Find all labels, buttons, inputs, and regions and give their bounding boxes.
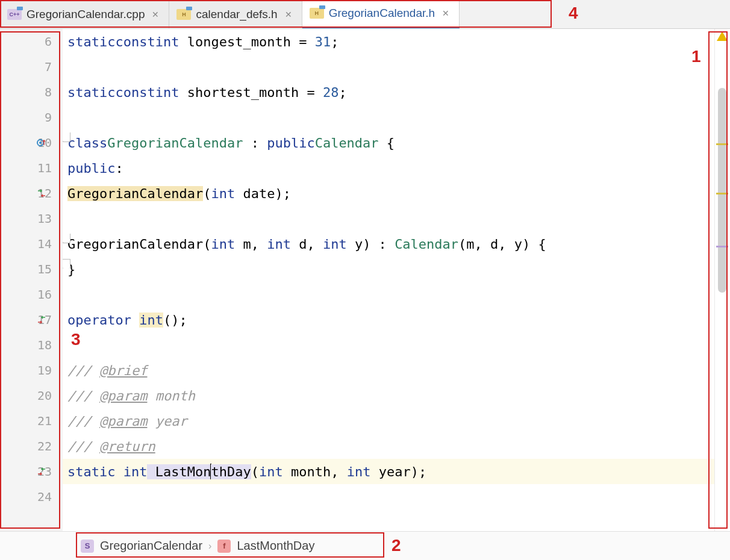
fold-marker-icon[interactable]	[63, 132, 70, 142]
annotation-number: 3	[71, 330, 81, 349]
annotation-number: 2	[392, 536, 401, 555]
line-number: 9	[34, 110, 52, 125]
warning-icon[interactable]	[717, 31, 728, 41]
line-number: 13	[34, 211, 52, 226]
line-number: 21	[34, 414, 52, 428]
fold-marker-icon[interactable]	[63, 234, 70, 243]
fold-marker-icon[interactable]	[63, 259, 70, 269]
line-number: 18	[34, 338, 52, 352]
h-file-icon: H	[176, 9, 191, 20]
breadcrumb: S GregorianCalendar › f LastMonthDay	[0, 531, 730, 560]
close-icon[interactable]: ✕	[440, 7, 452, 19]
line-number: 8	[34, 85, 52, 99]
line-number: 19	[34, 363, 52, 378]
vcs-change-marker-icon[interactable]	[35, 187, 48, 200]
gutter[interactable]: 6 7 8 9 10 11 12 13 14 15 16 17 18 19 20…	[0, 29, 63, 531]
breadcrumb-item[interactable]: LastMonthDay	[237, 539, 314, 553]
close-icon[interactable]: ✕	[149, 8, 161, 20]
chevron-right-icon: ›	[208, 541, 211, 552]
annotation-number: 1	[691, 47, 701, 66]
override-marker-icon[interactable]	[35, 136, 48, 149]
vcs-change-marker-icon[interactable]	[35, 465, 48, 478]
marker-stripe[interactable]	[716, 193, 728, 194]
close-icon[interactable]: ✕	[282, 8, 295, 20]
svg-point-1	[39, 142, 42, 144]
editor-area: 6 7 8 9 10 11 12 13 14 15 16 17 18 19 20…	[0, 29, 730, 531]
struct-icon: S	[81, 540, 94, 553]
scrollbar-thumb[interactable]	[718, 88, 726, 293]
vcs-change-marker-icon[interactable]	[35, 313, 48, 326]
tab-label: GregorianCalendar.cpp	[27, 8, 145, 21]
tab-calendar-defs[interactable]: H calendar_defs.h ✕	[169, 0, 302, 28]
code-editor[interactable]: static const int longest_month = 31; sta…	[63, 29, 714, 531]
tab-bar: C++ GregorianCalendar.cpp ✕ H calendar_d…	[0, 0, 730, 29]
marker-stripe[interactable]	[716, 143, 728, 145]
function-icon: f	[217, 540, 231, 553]
error-stripe[interactable]	[714, 29, 730, 531]
tab-gregorian-cpp[interactable]: C++ GregorianCalendar.cpp ✕	[0, 0, 169, 28]
line-number: 6	[34, 34, 52, 49]
marker-stripe[interactable]	[716, 246, 728, 247]
cpp-file-icon: C++	[7, 9, 22, 20]
tab-label: GregorianCalendar.h	[329, 7, 435, 20]
line-number: 22	[34, 439, 52, 453]
tab-label: calendar_defs.h	[196, 8, 277, 21]
line-number: 15	[34, 262, 52, 276]
annotation-number: 4	[569, 4, 578, 23]
tab-gregorian-h[interactable]: H GregorianCalendar.h ✕	[302, 0, 460, 28]
line-number: 7	[34, 60, 52, 74]
line-number: 14	[34, 237, 52, 251]
breadcrumb-item[interactable]: GregorianCalendar	[100, 539, 202, 553]
line-number: 24	[34, 490, 52, 504]
line-number: 20	[34, 388, 52, 403]
line-number: 11	[34, 161, 52, 175]
h-file-icon: H	[310, 8, 324, 19]
line-number: 16	[34, 287, 52, 302]
